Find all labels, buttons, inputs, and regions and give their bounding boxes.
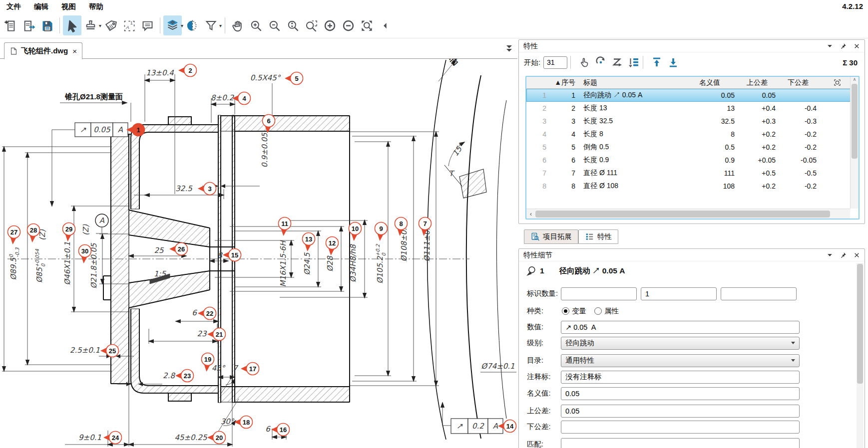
inspection-balloon-4[interactable]: 4 — [232, 92, 251, 105]
inspection-balloon-20[interactable]: 20 — [207, 432, 226, 444]
collapse-toolbar-button[interactable] — [376, 15, 395, 35]
dropdown-caret-icon[interactable]: ▾ — [219, 23, 222, 28]
zoom-in-button[interactable] — [247, 15, 265, 35]
pin-icon[interactable] — [840, 252, 847, 258]
radio-checked[interactable] — [562, 307, 569, 315]
stamp-button[interactable] — [81, 15, 100, 35]
start-input[interactable] — [543, 56, 567, 69]
open-document-button[interactable] — [19, 15, 38, 35]
field-input[interactable] — [561, 287, 637, 300]
table-vertical-scrollbar[interactable]: ∧ — [850, 77, 859, 209]
panel-tab-active[interactable]: 特性 — [578, 229, 618, 244]
table-row[interactable]: 55倒角 0.50.5+0.2-0.2 — [526, 141, 859, 154]
inspection-balloon-15[interactable]: 15 — [223, 249, 241, 261]
inspection-balloon-25[interactable]: 25 — [100, 345, 119, 357]
tag-button[interactable] — [101, 15, 120, 35]
column-upper[interactable]: 上公差 — [743, 78, 784, 87]
radio-unchecked[interactable] — [594, 307, 602, 315]
panel-tab-inactive[interactable]: 项目拓展 — [524, 229, 578, 244]
close-icon[interactable] — [854, 43, 860, 49]
decrease-button[interactable] — [339, 15, 358, 35]
field-input[interactable] — [561, 405, 800, 418]
inspection-balloon-9[interactable]: 9 — [375, 223, 388, 241]
chevron-down-icon[interactable] — [827, 43, 833, 49]
inspection-balloon-5[interactable]: 5 — [285, 72, 303, 85]
inspection-balloon-10[interactable]: 10 — [349, 223, 362, 241]
tab-overflow-icon[interactable] — [506, 45, 512, 54]
new-document-button[interactable] — [1, 15, 19, 35]
move-top-icon[interactable] — [651, 56, 663, 68]
inspection-balloon-11[interactable]: 11 — [279, 218, 291, 236]
move-bottom-icon[interactable] — [667, 56, 679, 68]
close-document-icon[interactable]: × — [72, 47, 77, 55]
menu-item-3[interactable]: 帮助 — [82, 1, 110, 12]
layers-button[interactable] — [163, 15, 182, 35]
inspection-balloon-29[interactable]: 29 — [63, 223, 75, 242]
table-row[interactable]: 44长度 88+0.2-0.2 — [526, 128, 859, 141]
inspection-balloon-21[interactable]: 21 — [207, 328, 226, 341]
table-row[interactable]: 11径向跳动 ↗ 0.05 A0.050.05 — [526, 89, 859, 102]
field-select[interactable]: 通用特性 — [561, 354, 800, 367]
mirror-view-button[interactable] — [183, 15, 202, 35]
zoom-selected-button[interactable] — [284, 15, 302, 35]
pin-icon[interactable] — [840, 43, 847, 49]
inspection-balloon-3[interactable]: 3 — [198, 183, 216, 195]
hand-pointer-icon[interactable] — [578, 56, 590, 68]
inspection-balloon-17[interactable]: 17 — [241, 363, 259, 375]
inspection-balloon-2[interactable]: 2 — [178, 64, 197, 77]
select-cursor-button[interactable] — [63, 15, 81, 35]
column-nominal[interactable]: 名义值 — [695, 78, 743, 87]
field-input[interactable] — [561, 421, 800, 434]
area-select-button[interactable]: A1 — [120, 15, 138, 35]
increase-button[interactable] — [321, 15, 339, 35]
filter-button[interactable] — [202, 15, 220, 35]
inspection-balloon-13[interactable]: 13 — [303, 233, 315, 252]
table-row[interactable]: 88直径 Ø 108108+0.2-0.2 — [526, 180, 859, 193]
menu-item-1[interactable]: 编辑 — [27, 1, 55, 12]
zoom-fit-button[interactable] — [358, 15, 376, 35]
radio-label[interactable]: 属性 — [604, 306, 619, 316]
inspection-balloon-12[interactable]: 12 — [326, 237, 339, 256]
field-input[interactable] — [721, 287, 797, 300]
column-lower[interactable]: 下公差 — [784, 78, 825, 87]
inspection-balloon-16[interactable]: 16 — [271, 424, 290, 436]
field-select[interactable]: 径向跳动 — [561, 337, 800, 350]
inspection-balloon-26[interactable]: 26 — [169, 243, 188, 255]
menu-item-0[interactable]: 文件 — [0, 1, 27, 12]
pan-button[interactable] — [228, 15, 247, 35]
table-row[interactable]: 77直径 Ø 111111+0.5-0.5 — [526, 167, 859, 180]
field-input[interactable] — [561, 387, 800, 400]
field-input[interactable] — [561, 371, 800, 384]
table-row[interactable]: 66长度 0.90.9+0.05-0.05 — [526, 154, 859, 167]
inspection-balloon-27[interactable]: 27 — [8, 226, 20, 245]
column-title[interactable]: 标题 — [579, 78, 695, 87]
zoom-out-button[interactable] — [265, 15, 284, 35]
radio-label[interactable]: 变量 — [572, 306, 586, 316]
table-row[interactable]: 22长度 1313+0.4-0.4 — [526, 102, 859, 115]
inspection-balloon-22[interactable]: 22 — [198, 307, 216, 320]
inspection-balloon-18[interactable]: 18 — [234, 416, 253, 429]
column-seq[interactable]: ▲序号 — [550, 78, 579, 87]
table-row[interactable]: 33长度 32.532.5+0.3-0.3 — [526, 115, 859, 128]
comment-button[interactable] — [138, 15, 157, 35]
field-input[interactable] — [641, 287, 717, 300]
save-button[interactable] — [38, 15, 56, 35]
menu-item-2[interactable]: 视图 — [55, 1, 82, 12]
chevron-down-icon[interactable] — [827, 252, 833, 258]
table-horizontal-scrollbar[interactable]: ‹ — [526, 209, 850, 219]
document-tab[interactable]: 飞轮组件.dwg × — [4, 42, 82, 59]
locate-icon[interactable] — [825, 78, 850, 87]
zoom-window-button[interactable] — [302, 15, 321, 35]
technical-drawing[interactable]: 13±0.4锥孔Ø21.8测量面8±0.20.5X45°0.9±0.0532.5… — [0, 59, 517, 448]
table-header[interactable]: ▲序号 标题 名义值 上公差 下公差 — [526, 77, 859, 89]
details-scrollbar[interactable] — [857, 263, 864, 448]
field-input[interactable] — [561, 438, 800, 448]
inspection-balloon-23[interactable]: 23 — [175, 370, 194, 382]
zigzag-path-icon[interactable] — [611, 56, 623, 68]
inspection-balloon-24[interactable]: 24 — [103, 432, 122, 444]
refresh-icon[interactable] — [595, 56, 607, 68]
sort-list-icon[interactable] — [628, 56, 640, 68]
field-input[interactable] — [561, 321, 800, 334]
close-icon[interactable] — [854, 252, 860, 258]
drawing-canvas[interactable]: 飞轮组件.dwg × — [0, 38, 517, 448]
